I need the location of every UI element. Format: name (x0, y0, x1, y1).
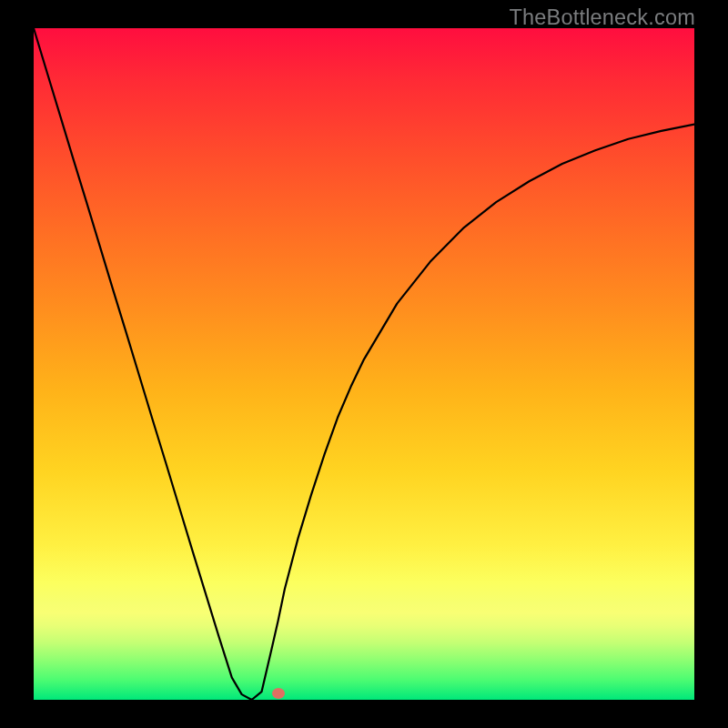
plot-area (34, 28, 694, 700)
chart-frame: TheBottleneck.com (0, 0, 728, 728)
optimal-marker (272, 688, 285, 699)
watermark-text: TheBottleneck.com (509, 5, 695, 30)
bottleneck-curve (34, 28, 694, 700)
